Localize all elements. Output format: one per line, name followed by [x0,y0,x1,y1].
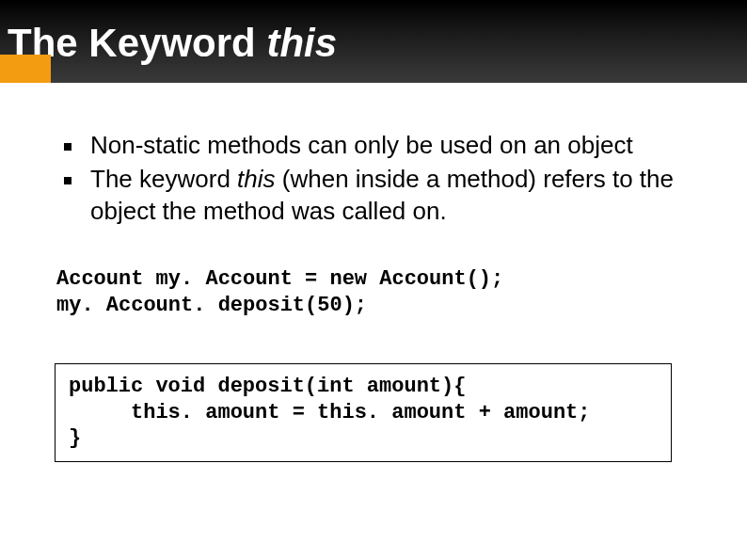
title-keyword: this [266,21,337,65]
bullet-marker-icon [64,177,72,184]
bullet-text-prefix: The keyword [90,165,237,193]
bullet-list: Non-static methods can only be used on a… [38,130,709,227]
bullet-item: Non-static methods can only be used on a… [38,130,709,162]
bullet-text: Non-static methods can only be used on a… [90,131,633,159]
code-snippet: Account my. Account = new Account(); my.… [38,266,709,318]
bullet-keyword: this [237,165,275,193]
accent-bar [0,55,51,83]
slide-content: Non-static methods can only be used on a… [0,83,747,462]
bullet-marker-icon [64,143,72,151]
slide-header: The Keyword this [0,0,747,83]
bullet-item: The keyword this (when inside a method) … [38,164,709,228]
code-box: public void deposit(int amount){ this. a… [55,363,672,462]
